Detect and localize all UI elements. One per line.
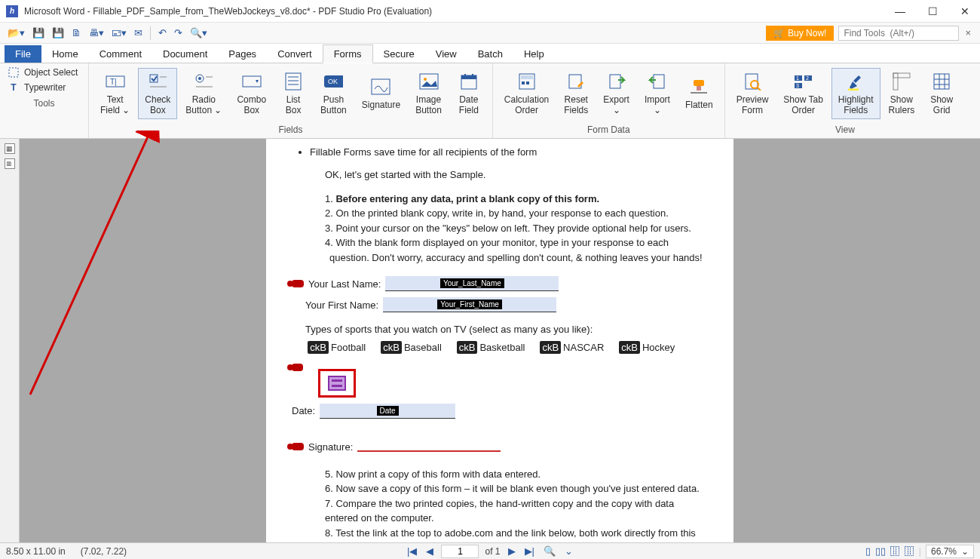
thumbnails-icon[interactable]: ▦ xyxy=(5,143,15,154)
sport-baseball[interactable]: ckBBaseball xyxy=(381,341,442,354)
sport-basketball[interactable]: ckBBasketball xyxy=(457,341,525,354)
list-box-button[interactable]: List Box xyxy=(274,68,312,119)
last-name-field[interactable]: Your_Last_Name xyxy=(385,276,559,291)
svg-text:3: 3 xyxy=(796,83,799,88)
tab-comment[interactable]: Comment xyxy=(89,45,152,63)
preview-form-button[interactable]: Preview Form xyxy=(730,68,776,119)
save-icon[interactable]: 💾 xyxy=(29,26,47,40)
tab-file[interactable]: File xyxy=(5,45,41,63)
svg-rect-11 xyxy=(286,73,301,90)
highlighted-checkbox[interactable] xyxy=(318,369,356,398)
group-label-view: View xyxy=(725,123,966,138)
sport-hockey[interactable]: ckBHockey xyxy=(619,341,675,354)
sport-football[interactable]: ckBFootball xyxy=(308,341,366,354)
signature-icon xyxy=(371,77,390,97)
combo-box-button[interactable]: Combo Box xyxy=(230,68,273,119)
find-close-icon[interactable]: × xyxy=(960,27,975,38)
typewriter-button[interactable]: TTypewriter xyxy=(8,81,81,94)
first-page-button[interactable]: |◀ xyxy=(406,545,418,557)
combo-icon xyxy=(242,72,262,91)
date-label: Date: xyxy=(292,405,315,416)
first-name-field[interactable]: Your_First_Name xyxy=(383,297,556,312)
tab-view[interactable]: View xyxy=(425,45,467,63)
step-1: 1. Before entering any data, print a bla… xyxy=(325,192,720,206)
zoom-level[interactable]: 66.7%⌄ xyxy=(926,545,974,558)
flatten-icon xyxy=(689,77,709,97)
show-grid-button[interactable]: Show Grid xyxy=(923,68,960,119)
view-continuous-icon[interactable]: ▯▯ xyxy=(875,545,886,557)
show-tab-order-button[interactable]: 123Show Tab Order xyxy=(776,68,829,119)
print-icon[interactable]: 🖶▾ xyxy=(86,26,107,40)
tab-help[interactable]: Help xyxy=(513,45,555,63)
svg-text:OK: OK xyxy=(328,78,338,85)
calculation-order-button[interactable]: Calculation Order xyxy=(498,68,556,119)
date-field-button[interactable]: Date Field xyxy=(450,68,488,119)
svg-rect-47 xyxy=(934,74,949,89)
prev-page-button[interactable]: ◀ xyxy=(424,545,435,557)
redo-icon[interactable]: ↷ xyxy=(171,26,185,40)
highlight-icon xyxy=(846,72,865,91)
push-button-button[interactable]: OKPush Button xyxy=(314,68,354,119)
export-button[interactable]: Export ⌄ xyxy=(596,68,636,119)
tab-batch[interactable]: Batch xyxy=(467,45,513,63)
undo-icon[interactable]: ↶ xyxy=(155,26,170,40)
save-as-icon[interactable]: 💾 xyxy=(49,26,67,40)
close-button[interactable]: ✕ xyxy=(956,4,974,19)
minimize-button[interactable]: — xyxy=(890,4,910,19)
sports-label: Types of sports that you watch on TV (se… xyxy=(305,323,720,336)
tab-forms[interactable]: Forms xyxy=(323,45,373,63)
tab-document[interactable]: Document xyxy=(152,45,218,63)
svg-rect-17 xyxy=(372,79,390,94)
view-facing-icon[interactable]: ⿲ xyxy=(890,545,900,557)
highlight-fields-button[interactable]: Highlight Fields xyxy=(831,68,880,119)
tab-pages[interactable]: Pages xyxy=(218,45,267,63)
tab-secure[interactable]: Secure xyxy=(373,45,425,63)
signature-button[interactable]: Signature xyxy=(355,73,407,114)
attach-icon[interactable]: 🖃▾ xyxy=(109,26,130,40)
view-cover-icon[interactable]: ⿲ xyxy=(905,545,914,557)
key-icon xyxy=(292,443,304,450)
view-single-icon[interactable]: ▯ xyxy=(865,545,871,557)
reset-icon xyxy=(566,72,586,91)
tab-home[interactable]: Home xyxy=(41,45,89,63)
zoom-dropdown-icon[interactable]: ⌄ xyxy=(563,545,574,557)
typewriter-icon: T xyxy=(8,81,20,94)
open-icon[interactable]: 📂▾ xyxy=(5,26,28,40)
signature-line[interactable] xyxy=(357,441,501,452)
import-button[interactable]: Import ⌄ xyxy=(638,68,677,119)
check-box-button[interactable]: Check Box xyxy=(138,68,177,119)
zoom-out-icon[interactable]: 🔍 xyxy=(542,545,557,557)
svg-point-7 xyxy=(198,77,201,80)
object-select-button[interactable]: Object Select xyxy=(8,66,81,78)
group-label-tools: Tools xyxy=(0,97,88,112)
next-page-button[interactable]: ▶ xyxy=(507,545,517,557)
flatten-button[interactable]: Flatten xyxy=(678,73,720,114)
tab-convert[interactable]: Convert xyxy=(267,45,323,63)
pages-icon[interactable]: 🗎 xyxy=(5,158,15,169)
zoom-icon[interactable]: 🔍▾ xyxy=(187,26,210,40)
page-dimensions: 8.50 x 11.00 in xyxy=(6,546,66,557)
text-field-icon: T| xyxy=(106,72,125,91)
image-button-button[interactable]: Image Button xyxy=(409,68,449,119)
mail-icon[interactable]: ✉ xyxy=(131,26,145,40)
document-page: Fillable Forms save time for all recipie… xyxy=(266,139,733,542)
push-button-icon: OK xyxy=(323,72,343,91)
signature-label: Signature: xyxy=(308,441,353,453)
find-tools-input[interactable] xyxy=(838,26,959,41)
sport-nascar[interactable]: ckBNASCAR xyxy=(540,341,604,354)
radio-button-button[interactable]: Radio Button ⌄ xyxy=(179,68,228,119)
show-rulers-button[interactable]: Show Rulers xyxy=(882,68,922,119)
workspace: ▦ 🗎 Fillable Forms save time for all rec… xyxy=(0,139,980,542)
last-page-button[interactable]: ▶| xyxy=(523,545,536,557)
select-icon xyxy=(8,66,20,78)
reset-fields-button[interactable]: Reset Fields xyxy=(557,68,595,119)
text-field-button[interactable]: T|Text Field ⌄ xyxy=(93,68,136,119)
maximize-button[interactable]: ☐ xyxy=(923,4,942,19)
window-title: Microsoft Word - Fillable_PDF_Sample_fro… xyxy=(24,6,890,17)
save-all-icon[interactable]: 🗎 xyxy=(69,26,84,40)
first-name-label: Your First Name: xyxy=(305,299,378,311)
page-number-input[interactable] xyxy=(441,545,479,558)
buy-now-button[interactable]: 🛒 Buy Now! xyxy=(766,26,834,41)
step-7b: entered on the computer. xyxy=(325,511,720,525)
date-field[interactable]: Date xyxy=(320,404,455,419)
